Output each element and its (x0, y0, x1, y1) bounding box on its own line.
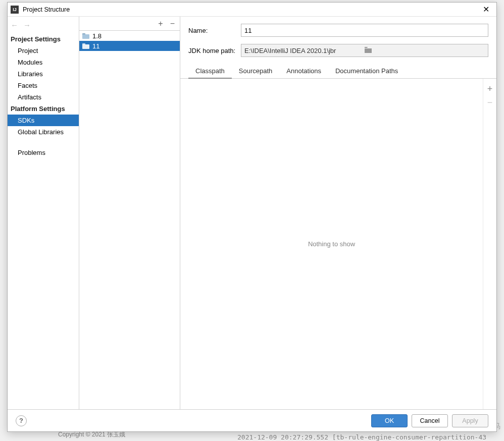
sdk-detail-panel: Name: JDK home path: E:\IDEA\IntelliJ ID… (180, 17, 496, 409)
tab-classpath[interactable]: Classpath (188, 64, 232, 79)
add-sdk-icon[interactable]: + (158, 19, 163, 28)
nav-forward-icon[interactable]: → (23, 21, 31, 29)
sidebar-item-problems[interactable]: Problems (8, 147, 79, 158)
sdk-item-11[interactable]: 11 (79, 41, 180, 51)
background-log: 2021-12-09 20:27:29.552 [tb-rule-engine-… (237, 433, 486, 441)
sidebar-item-modules[interactable]: Modules (8, 57, 79, 68)
dialog-footer: ? OK Cancel Apply (8, 409, 496, 431)
sdk-tabs: ClasspathSourcepathAnnotationsDocumentat… (180, 64, 496, 79)
section-header: Platform Settings (8, 103, 79, 115)
path-label: JDK home path: (188, 47, 241, 54)
browse-folder-icon[interactable] (365, 47, 485, 54)
sdk-item-label: 11 (92, 42, 99, 50)
close-icon[interactable]: ✕ (478, 5, 493, 14)
titlebar: IJ Project Structure ✕ (8, 3, 496, 17)
sidebar-item-libraries[interactable]: Libraries (8, 68, 79, 80)
footer-buttons: OK Cancel Apply (371, 414, 488, 427)
name-row: Name: (180, 24, 496, 44)
nav-arrows: ← → (8, 21, 79, 33)
folder-icon (82, 43, 89, 49)
sidebar-item-sdks[interactable]: SDKs (8, 115, 79, 126)
sdk-name-input[interactable] (241, 24, 488, 37)
sdk-list: 1.811 (79, 31, 180, 409)
section-header: Project Settings (8, 33, 79, 45)
tab-annotations[interactable]: Annotations (279, 64, 328, 78)
sidebar-item-project[interactable]: Project (8, 45, 79, 57)
path-value: E:\IDEA\IntelliJ IDEA 2020.1\jbr (244, 47, 365, 54)
jdk-home-path-input[interactable]: E:\IDEA\IntelliJ IDEA 2020.1\jbr (241, 44, 488, 57)
classpath-area: Nothing to show + − (180, 79, 496, 409)
sidebar-item-artifacts[interactable]: Artifacts (8, 91, 79, 103)
app-icon: IJ (11, 6, 19, 14)
path-row: JDK home path: E:\IDEA\IntelliJ IDEA 202… (180, 44, 496, 64)
tab-documentation-paths[interactable]: Documentation Paths (328, 64, 405, 78)
remove-classpath-icon[interactable]: − (487, 97, 493, 108)
sidebar-item-global-libraries[interactable]: Global Libraries (8, 126, 79, 138)
help-icon[interactable]: ? (16, 415, 27, 426)
settings-sidebar: ← → Project SettingsProjectModulesLibrar… (8, 17, 79, 409)
sdk-item-1-8[interactable]: 1.8 (79, 31, 180, 41)
classpath-side-toolbar: + − (483, 79, 496, 409)
sidebar-item-facets[interactable]: Facets (8, 80, 79, 91)
classpath-list: Nothing to show (180, 79, 483, 409)
remove-sdk-icon[interactable]: − (170, 19, 175, 28)
sdk-item-label: 1.8 (92, 32, 102, 40)
name-label: Name: (188, 27, 241, 34)
project-structure-dialog: IJ Project Structure ✕ ← → Project Setti… (7, 2, 497, 432)
apply-button[interactable]: Apply (452, 414, 488, 427)
sdk-list-panel: + − 1.811 (79, 17, 180, 409)
titlebar-title: Project Structure (23, 6, 70, 13)
tab-sourcepath[interactable]: Sourcepath (232, 64, 280, 78)
dialog-content: ← → Project SettingsProjectModulesLibrar… (8, 17, 496, 409)
add-classpath-icon[interactable]: + (487, 84, 493, 94)
nav-back-icon[interactable]: ← (11, 21, 18, 29)
sdk-toolbar: + − (79, 17, 180, 31)
empty-text: Nothing to show (308, 240, 355, 248)
ok-button[interactable]: OK (371, 414, 408, 427)
cancel-button[interactable]: Cancel (412, 414, 448, 427)
folder-icon (82, 33, 89, 39)
